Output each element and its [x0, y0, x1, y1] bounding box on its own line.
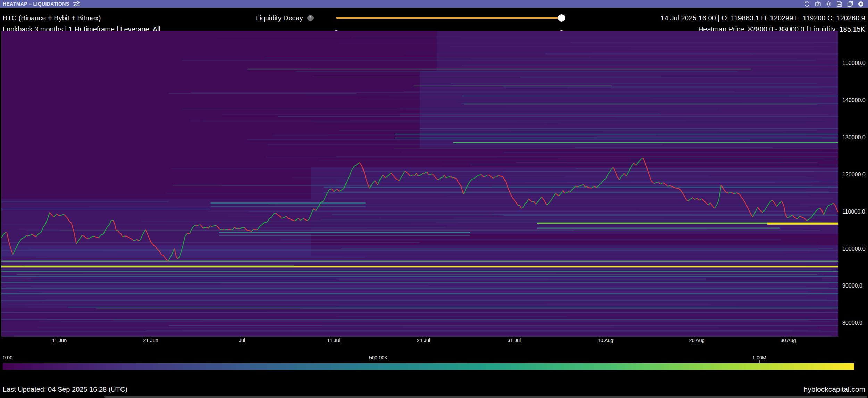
- liquidation-band: [1, 266, 294, 267]
- close-icon: [858, 1, 864, 7]
- copy-chart-button[interactable]: [846, 0, 854, 7]
- x-axis-label: 31 Jul: [508, 338, 521, 343]
- liquidity-decay-slider[interactable]: [336, 17, 561, 19]
- liquidation-heatmap-canvas[interactable]: [1, 31, 838, 337]
- y-axis-label: 90000.0: [842, 283, 862, 289]
- liquidity-decay-handle[interactable]: [558, 14, 565, 22]
- titlebar: HEATMAP – LIQUIDATIONS: [0, 0, 868, 8]
- colorbar-label: 0.00: [3, 355, 12, 360]
- y-axis-label: 130000.0: [842, 134, 866, 141]
- liquidation-band: [1, 293, 838, 295]
- refresh-icon: [804, 1, 810, 7]
- liquidation-band: [395, 138, 838, 139]
- liquidation-band: [470, 165, 838, 165]
- colorbar-gradient: [3, 363, 854, 370]
- liquidation-band: [570, 42, 838, 43]
- y-axis-label: 120000.0: [842, 172, 866, 178]
- x-axis-label: 21 Jun: [143, 338, 158, 343]
- x-axis-label: 20 Aug: [689, 338, 704, 343]
- titlebar-left: HEATMAP – LIQUIDATIONS: [0, 1, 81, 7]
- filter-icon[interactable]: [73, 1, 81, 7]
- liquidation-band: [219, 235, 470, 236]
- x-axis-label: 11 Jul: [327, 338, 340, 343]
- x-axis-label: 11 Jun: [52, 338, 67, 343]
- liquidity-decay-help-icon[interactable]: ?: [307, 15, 314, 21]
- liquidation-band: [1, 271, 838, 272]
- liquidation-band: [545, 53, 838, 55]
- settings-button[interactable]: [825, 0, 832, 7]
- liquidation-band: [1, 261, 838, 262]
- liquidation-band: [462, 103, 838, 104]
- x-axis-label: Jul: [239, 338, 245, 343]
- liquidation-band: [1, 242, 420, 243]
- titlebar-actions: [803, 0, 868, 7]
- liquidation-band: [504, 215, 838, 216]
- liquidation-band: [1, 331, 838, 332]
- liquidation-band: [361, 171, 838, 172]
- x-axis-label: 30 Aug: [780, 338, 796, 343]
- page-title: HEATMAP – LIQUIDATIONS: [3, 1, 69, 7]
- liquidation-band: [462, 96, 838, 97]
- site-name: hyblockcapital.com: [804, 385, 865, 393]
- liquidation-band: [169, 325, 838, 326]
- save-button[interactable]: [835, 0, 843, 7]
- screenshot-button[interactable]: [814, 0, 821, 7]
- y-axis-label: 140000.0: [842, 97, 866, 103]
- liquidation-band: [462, 65, 838, 65]
- copy-chart-icon: [847, 1, 853, 7]
- liquidation-band: [520, 77, 838, 78]
- liquidation-band: [1, 276, 838, 277]
- liquidation-heatmap-app: HEATMAP – LIQUIDATIONS: [0, 0, 868, 398]
- liquidation-band: [504, 152, 838, 153]
- liquidation-band: [767, 223, 838, 225]
- liquidation-band: [629, 159, 838, 159]
- colorbar-tick: [759, 360, 760, 363]
- liquidation-band: [336, 181, 838, 181]
- liquidity-decay-label: Liquidity Decay: [256, 14, 303, 22]
- liquidation-band: [1, 256, 838, 256]
- save-icon: [836, 1, 843, 7]
- gear-icon: [825, 1, 832, 7]
- liquidation-band: [1, 250, 838, 251]
- liquidation-band: [453, 142, 838, 143]
- liquidity-decay-control: Liquidity Decay ?: [0, 14, 590, 22]
- liquidation-band: [395, 134, 838, 135]
- liquidity-decay-label-wrap: Liquidity Decay ?: [256, 14, 314, 22]
- y-axis-label: 150000.0: [842, 60, 866, 66]
- colorbar-label: 500.00K: [369, 355, 388, 360]
- liquidation-band: [278, 116, 838, 117]
- horizontal-scrollbar[interactable]: [104, 396, 867, 398]
- liquidation-band: [1, 319, 838, 320]
- liquidation-band: [420, 128, 839, 129]
- liquidation-band: [1, 201, 169, 202]
- refresh-button[interactable]: [803, 0, 811, 7]
- liquidation-band: [1, 312, 838, 313]
- x-axis-label: 10 Aug: [598, 338, 613, 343]
- liquidation-band: [1, 209, 211, 210]
- liquidation-band: [324, 187, 838, 188]
- liquidation-band: [219, 232, 470, 233]
- liquidation-band: [211, 206, 366, 207]
- liquidation-band: [211, 202, 366, 204]
- liquidation-band: [1, 282, 838, 283]
- y-axis-label: 100000.0: [842, 246, 866, 252]
- liquidation-band: [324, 192, 838, 193]
- y-axis-label: 110000.0: [842, 209, 865, 215]
- colorbar-label: 1.00M: [752, 355, 766, 360]
- close-button[interactable]: [857, 0, 865, 7]
- liquidation-band: [1, 300, 838, 301]
- ohlc-readout: 14 Jul 2025 16:00 | O: 119863.1 H: 12029…: [661, 13, 865, 24]
- liquidation-band: [537, 227, 780, 229]
- last-updated-text: Last Updated: 04 Sep 2025 16:28 (UTC): [3, 385, 127, 393]
- liquidation-band: [504, 86, 838, 87]
- y-axis-label: 80000.0: [842, 320, 862, 326]
- liquidation-band: [1, 288, 838, 289]
- x-axis-label: 21 Jul: [417, 338, 431, 343]
- camera-icon: [815, 1, 821, 7]
- liquidation-band: [68, 307, 838, 307]
